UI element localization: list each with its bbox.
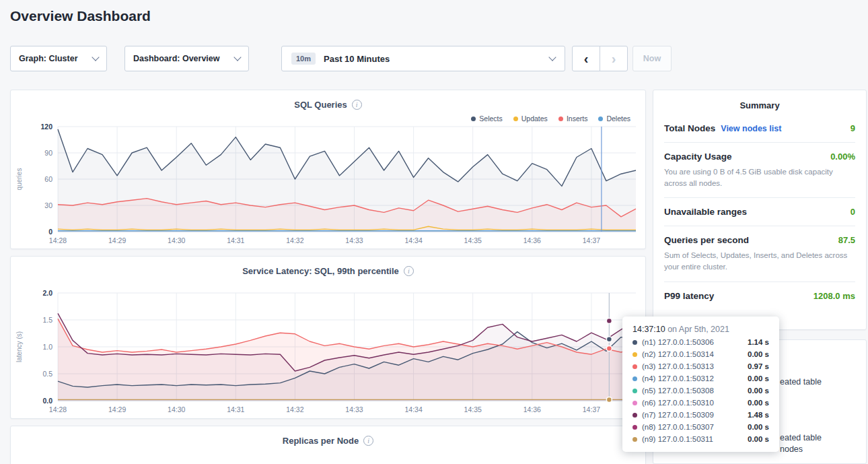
svg-text:1.5: 1.5	[42, 316, 52, 324]
info-icon[interactable]: i	[404, 266, 414, 276]
graph-dropdown-label: Graph: Cluster	[19, 54, 78, 63]
tooltip-rows: (n1) 127.0.0.1:503061.14 s(n2) 127.0.0.1…	[632, 338, 769, 443]
time-range-label: Past 10 Minutes	[324, 54, 390, 64]
tooltip-node-address: (n1) 127.0.0.1:50306	[642, 338, 714, 346]
now-button[interactable]: Now	[632, 46, 672, 71]
svg-text:14:28: 14:28	[49, 236, 67, 244]
legend-dot-icon	[513, 117, 518, 121]
summary-panel: Summary Total Nodes View nodes list 9 Ca…	[653, 90, 867, 330]
tooltip-node-value: 1.14 s	[748, 338, 769, 346]
overview-dashboard-page: Overview Dashboard Graph: Cluster Dashbo…	[0, 0, 868, 464]
svg-text:14:28: 14:28	[49, 405, 67, 413]
node-color-dot-icon	[632, 364, 637, 369]
chart-title: Service Latency: SQL, 99th percentile	[242, 266, 399, 276]
tooltip-node-address: (n8) 127.0.0.1:50307	[642, 423, 714, 431]
tooltip-node-value: 0.00 s	[748, 399, 769, 407]
svg-text:14:33: 14:33	[345, 236, 363, 244]
service-latency-chart-card: Service Latency: SQL, 99th percentile i …	[10, 256, 646, 419]
tooltip-row: (n3) 127.0.0.1:503130.97 s	[632, 362, 769, 370]
tooltip-node-address: (n2) 127.0.0.1:50314	[642, 350, 714, 358]
node-color-dot-icon	[632, 340, 637, 345]
summary-row-capacity: Capacity Usage 0.00% You are using 0 B o…	[664, 143, 855, 198]
info-icon[interactable]: i	[363, 436, 373, 446]
tooltip-node-value: 0.00 s	[748, 435, 769, 443]
tooltip-node-value: 0.00 s	[748, 350, 769, 358]
event-text-fragment: nodes	[780, 444, 803, 454]
svg-text:30: 30	[44, 201, 52, 209]
tooltip-date: on Apr 5th, 2021	[667, 325, 729, 334]
svg-text:14:35: 14:35	[464, 405, 482, 413]
next-time-button[interactable]: ›	[600, 46, 628, 71]
info-icon[interactable]: i	[352, 100, 362, 110]
tooltip-node-address: (n9) 127.0.0.1:50311	[642, 435, 713, 443]
svg-text:14:30: 14:30	[168, 405, 185, 413]
svg-text:14:34: 14:34	[404, 236, 422, 244]
svg-text:14:31: 14:31	[227, 236, 244, 244]
chart-title: Replicas per Node	[283, 436, 359, 446]
node-color-dot-icon	[632, 413, 637, 418]
node-color-dot-icon	[632, 425, 637, 430]
node-color-dot-icon	[632, 376, 637, 381]
svg-text:0.0: 0.0	[42, 397, 52, 405]
chart-header: Replicas per Node i	[11, 426, 645, 446]
qps-caption: Sum of Selects, Updates, Inserts, and De…	[664, 250, 855, 272]
capacity-caption: You are using 0 B of 4.5 GiB usable disk…	[664, 166, 855, 189]
event-text-fragment: eated table	[780, 433, 822, 442]
unavailable-ranges-label: Unavailable ranges	[664, 207, 747, 217]
tooltip-node-value: 0.97 s	[748, 362, 769, 370]
svg-text:60: 60	[44, 175, 52, 183]
chevron-down-icon	[92, 53, 99, 61]
legend-dot-icon	[598, 117, 603, 121]
svg-text:14:32: 14:32	[286, 236, 303, 244]
node-color-dot-icon	[632, 389, 637, 393]
svg-text:0: 0	[48, 228, 52, 236]
tooltip-node-address: (n3) 127.0.0.1:50313	[642, 362, 714, 370]
time-range-picker[interactable]: 10m Past 10 Minutes	[281, 46, 565, 71]
tooltip-row: (n2) 127.0.0.1:503140.00 s	[632, 350, 769, 358]
tooltip-node-value: 0.00 s	[748, 387, 769, 395]
sql-queries-chart[interactable]: 14:2814:2914:3014:3114:3214:3314:3414:35…	[11, 121, 647, 251]
tooltip-timestamp: 14:37:10 on Apr 5th, 2021	[632, 325, 769, 334]
view-nodes-list-link[interactable]: View nodes list	[721, 124, 781, 133]
tooltip-node-value: 1.48 s	[748, 411, 769, 419]
node-color-dot-icon	[632, 401, 637, 405]
tooltip-node-value: 0.00 s	[748, 423, 769, 431]
tooltip-row: (n7) 127.0.0.1:503091.48 s	[632, 411, 769, 419]
svg-text:14:31: 14:31	[227, 405, 244, 413]
chart-header: Service Latency: SQL, 99th percentile i	[11, 257, 645, 276]
svg-text:14:37: 14:37	[583, 405, 600, 413]
dashboard-dropdown[interactable]: Dashboard: Overview	[124, 46, 249, 71]
now-button-label: Now	[643, 54, 661, 63]
svg-text:0.5: 0.5	[42, 370, 52, 378]
hover-tooltip: 14:37:10 on Apr 5th, 2021 (n1) 127.0.0.1…	[622, 317, 779, 452]
svg-text:14:30: 14:30	[168, 236, 185, 244]
tooltip-node-address: (n4) 127.0.0.1:50312	[642, 374, 714, 383]
unavailable-ranges-value: 0	[851, 207, 855, 217]
chart-header: SQL Queries i	[11, 90, 645, 110]
total-nodes-label: Total Nodes	[664, 123, 715, 133]
svg-text:14:32: 14:32	[286, 405, 303, 413]
svg-text:latency (s): latency (s)	[15, 331, 23, 362]
service-latency-chart[interactable]: 14:2814:2914:3014:3114:3214:3314:3414:35…	[11, 288, 647, 420]
tooltip-row: (n1) 127.0.0.1:503061.14 s	[632, 338, 769, 346]
summary-row-p99-latency: P99 latency 1208.0 ms	[664, 282, 855, 310]
svg-text:14:34: 14:34	[404, 405, 422, 413]
tooltip-node-address: (n7) 127.0.0.1:50309	[642, 411, 714, 419]
chart-title: SQL Queries	[294, 100, 347, 110]
chevron-left-icon: ‹	[584, 51, 589, 67]
svg-text:14:36: 14:36	[523, 236, 541, 244]
graph-dropdown[interactable]: Graph: Cluster	[10, 46, 107, 71]
prev-time-button[interactable]: ‹	[572, 46, 600, 71]
tooltip-row: (n6) 127.0.0.1:503100.00 s	[632, 399, 769, 407]
replicas-per-node-chart-card: Replicas per Node i	[10, 426, 646, 464]
svg-text:14:29: 14:29	[108, 236, 126, 244]
legend-dot-icon	[471, 117, 476, 121]
svg-text:120: 120	[40, 123, 52, 131]
time-range-badge: 10m	[291, 53, 316, 65]
chevron-right-icon: ›	[612, 51, 616, 67]
svg-text:14:33: 14:33	[345, 405, 363, 413]
summary-row-qps: Queries per second 87.5 Sum of Selects, …	[664, 226, 855, 281]
tooltip-node-address: (n5) 127.0.0.1:50308	[642, 387, 714, 395]
sql-queries-chart-card: SQL Queries i SelectsUpdatesInsertsDelet…	[10, 90, 646, 249]
svg-text:14:37: 14:37	[583, 236, 600, 244]
